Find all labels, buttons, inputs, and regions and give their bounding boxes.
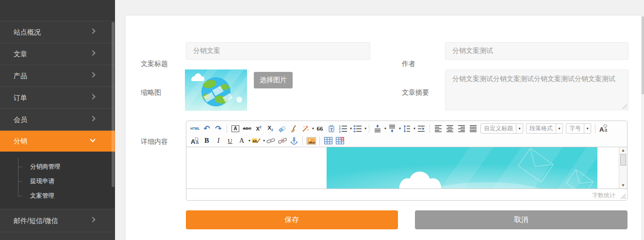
toolbar-boxed-a-button[interactable]: A (230, 123, 241, 134)
toolbar-align-left-button[interactable] (433, 123, 444, 134)
title-label: 文案标题 (141, 60, 168, 69)
toolbar-letter-case-2-button[interactable]: Aa (190, 136, 200, 146)
chevron-down-icon[interactable]: ▾ (263, 138, 265, 143)
sidebar-item-site-overview[interactable]: 站点概况 (0, 21, 115, 43)
chevron-down-icon[interactable]: ▾ (556, 123, 562, 134)
toolbar-unlink-button[interactable] (277, 136, 288, 146)
summary-textarea[interactable]: 分销文案测试分销文案测试分销文案测试分销文案测试 (445, 69, 628, 110)
chevron-down-icon[interactable]: ▾ (384, 126, 386, 131)
svg-text:3: 3 (339, 130, 341, 133)
toolbar-blockquote-button[interactable]: 66 (314, 123, 325, 134)
scroll-up-icon[interactable]: ▲ (619, 148, 627, 153)
chevron-down-icon[interactable]: ▾ (312, 126, 314, 131)
chevron-down-icon[interactable]: ▾ (516, 123, 523, 134)
combo-label: 自定义标题 (481, 124, 516, 133)
toolbar-highlight-color-button[interactable]: ab (251, 136, 262, 146)
toolbar-delete-table-button[interactable] (334, 136, 345, 146)
toolbar-unordered-list-button[interactable] (352, 123, 363, 134)
editor-resize-grip[interactable] (620, 193, 626, 199)
sidebar-item-members[interactable]: 会员 (0, 109, 115, 131)
chevron-right-icon (90, 72, 95, 77)
toolbar-bold-button[interactable]: B (201, 136, 212, 146)
toolbar-paste-text-button[interactable]: T (326, 123, 337, 134)
toolbar-insert-image-button[interactable] (306, 136, 316, 146)
textarea-resize-grip[interactable] (622, 104, 627, 109)
content-label: 详细内容 (141, 137, 168, 146)
toolbar-line-height-button[interactable] (401, 123, 412, 134)
save-button[interactable]: 保存 (186, 210, 398, 229)
toolbar-separator (319, 137, 320, 145)
toolbar-format-broom-button[interactable] (288, 123, 299, 134)
chevron-right-icon (90, 28, 95, 34)
scroll-down-icon[interactable]: ▼ (619, 183, 627, 188)
combo-label: 字号 (566, 124, 584, 133)
sidebar-item-distribution[interactable]: 分销 (0, 131, 115, 152)
toolbar-insert-table-button[interactable] (323, 136, 333, 146)
submenu-item-withdrawal-requests[interactable]: 提现申请 (0, 174, 115, 189)
toolbar-superscript-button[interactable]: X2 (253, 123, 264, 134)
editor-scrollbar-thumb[interactable] (620, 154, 626, 166)
toolbar-paragraph-space-top-button[interactable] (372, 123, 383, 134)
toolbar-underline-button[interactable]: U (225, 136, 235, 146)
toolbar-undo-button[interactable]: ↶ (201, 123, 212, 134)
chevron-down-icon[interactable]: ▾ (364, 126, 366, 131)
sidebar-submenu: 分销商管理 提现申请 文案管理 (0, 152, 115, 209)
page-scrollbar[interactable] (641, 16, 644, 240)
toolbar-strikethrough-button[interactable]: ABC (242, 123, 252, 134)
editor-content-image[interactable] (327, 147, 597, 189)
toolbar-auto-typeset-wand-button[interactable] (300, 123, 311, 134)
toolbar-combo-字号[interactable]: 字号▾ (566, 123, 591, 134)
submenu-item-copy-management[interactable]: 文案管理 (0, 189, 115, 203)
editor-status-bar: 字数统计 (186, 189, 627, 200)
content-panel: 文案标题 作者 缩略图 (126, 16, 641, 240)
submenu-item-distributor-management[interactable]: 分销商管理 (0, 159, 115, 174)
toolbar-combo-段落格式[interactable]: 段落格式▾ (526, 123, 563, 134)
toolbar-indent-button[interactable] (416, 123, 427, 134)
chevron-down-icon[interactable]: ▾ (399, 126, 401, 131)
cancel-button[interactable]: 取消 (415, 210, 627, 229)
svg-text:A: A (599, 126, 604, 133)
chevron-right-icon (90, 217, 95, 222)
toolbar-separator (429, 124, 430, 133)
chevron-down-icon[interactable]: ▾ (584, 123, 591, 134)
choose-image-button[interactable]: 选择图片 (254, 72, 293, 88)
sidebar-item-label: 会员 (14, 116, 27, 123)
sidebar-item-label: 邮件/短信/微信 (14, 217, 58, 224)
chevron-down-icon[interactable]: ▾ (248, 138, 250, 143)
editor-content-area[interactable] (186, 147, 627, 189)
title-input[interactable] (186, 42, 370, 60)
toolbar-paragraph-space-bottom-button[interactable] (387, 123, 397, 134)
sidebar-item-orders[interactable]: 订单 (0, 87, 115, 109)
sidebar-item-label: 分销 (14, 137, 27, 145)
toolbar-eraser-button[interactable] (277, 123, 287, 134)
thumbnail-image (185, 69, 247, 111)
sidebar-item-articles[interactable]: 文章 (0, 43, 115, 65)
sidebar-header (0, 0, 115, 21)
toolbar-link-button[interactable] (265, 136, 276, 146)
author-input[interactable] (445, 42, 628, 60)
toolbar-combo-自定义标题[interactable]: 自定义标题▾ (480, 123, 523, 134)
toolbar-align-right-button[interactable] (456, 123, 467, 134)
chevron-right-icon (90, 116, 95, 121)
page-scrollbar-thumb[interactable] (642, 17, 644, 94)
sidebar-item-label: 站点概况 (14, 28, 41, 36)
sidebar-scrollbar-thumb[interactable] (112, 22, 115, 187)
chevron-down-icon[interactable]: ▾ (413, 126, 415, 131)
toolbar-letter-case-button[interactable]: Aa (598, 123, 609, 134)
editor-scrollbar[interactable]: ▲ ▼ (619, 147, 627, 189)
toolbar-ordered-list-button[interactable]: 123 (338, 123, 348, 134)
toolbar-align-center-button[interactable] (445, 123, 455, 134)
toolbar-redo-button[interactable]: ↷ (213, 123, 224, 134)
toolbar-italic-button[interactable]: I (213, 136, 224, 146)
sidebar-item-products[interactable]: 产品 (0, 65, 115, 87)
sidebar-item-mail-sms-wechat[interactable]: 邮件/短信/微信 (0, 209, 115, 232)
summary-text: 分销文案测试分销文案测试分销文案测试分销文案测试 (452, 75, 615, 83)
svg-text:a: a (196, 139, 199, 145)
toolbar-anchor-button[interactable] (289, 136, 299, 146)
author-label: 作者 (402, 60, 415, 69)
chevron-down-icon[interactable]: ▾ (350, 126, 352, 131)
toolbar-html-source-button[interactable]: HTML (190, 123, 200, 134)
toolbar-align-justify-button[interactable] (468, 123, 479, 134)
toolbar-subscript-button[interactable]: X2 (265, 123, 276, 134)
toolbar-font-color-button[interactable]: A (236, 136, 247, 146)
